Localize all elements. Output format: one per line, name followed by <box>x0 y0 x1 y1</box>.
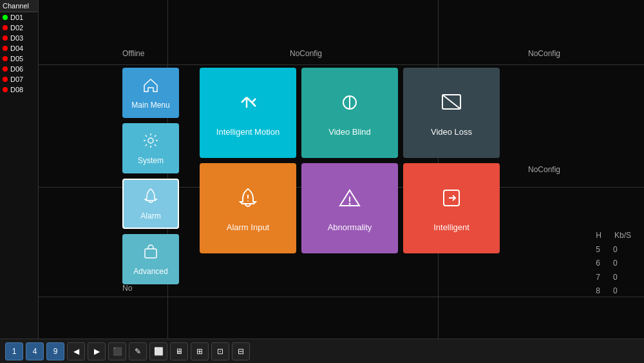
toolbar-btn-grid1[interactable]: ⊞ <box>191 342 209 360</box>
abnormality-label: Abnormality <box>328 222 372 232</box>
toolbar-btn-next[interactable]: ▶ <box>88 342 106 360</box>
video-loss-label: Video Loss <box>431 127 472 137</box>
toolbar-btn-9[interactable]: 9 <box>46 342 64 360</box>
alarm-input-cell[interactable]: Alarm Input <box>200 163 296 253</box>
status-dot-d06 <box>3 66 8 72</box>
status-dot-d01 <box>3 15 8 20</box>
intelligent-label: Intelligent <box>433 222 469 232</box>
stats-val-5: 0 <box>613 243 618 257</box>
channel-label-d01: D01 <box>10 14 23 21</box>
main-menu-label: Main Menu <box>131 101 169 110</box>
alarm-input-icon <box>235 185 261 216</box>
toolbar-btn-fullscreen[interactable]: ⬛ <box>108 342 126 360</box>
alarm-button[interactable]: Alarm <box>122 179 179 229</box>
toolbar-btn-grid3[interactable]: ⊟ <box>232 342 250 360</box>
system-label: System <box>138 156 164 165</box>
toolbar-btn-edit[interactable]: ✎ <box>129 342 147 360</box>
status-dot-d04 <box>3 46 8 51</box>
stats-val-8: 0 <box>613 284 618 299</box>
sidebar-item-d02[interactable]: D02 <box>0 23 38 33</box>
advanced-label: Advanced <box>133 267 167 276</box>
stats-key-7: 7 <box>596 271 600 285</box>
main-menu-button[interactable]: Main Menu <box>122 68 179 118</box>
bell-icon <box>142 187 160 208</box>
stats-val-7: 0 <box>613 271 618 285</box>
svg-point-7 <box>349 202 351 204</box>
alarm-input-label: Alarm Input <box>227 222 269 232</box>
toolbar: 1 4 9 ◀ ▶ ⬛ ✎ ⬜ 🖥 ⊞ ⊡ ⊟ <box>0 338 644 363</box>
intelligent-motion-cell[interactable]: Intelligent Motion <box>200 68 296 158</box>
status-dot-d02 <box>3 25 8 30</box>
alarm-grid: Intelligent Motion Video Blind <box>200 68 502 259</box>
sidebar-item-d04[interactable]: D04 <box>0 43 38 54</box>
offline-label: Offline <box>122 49 144 58</box>
toolbar-btn-zoom[interactable]: ⬜ <box>149 342 167 360</box>
motion-icon <box>235 90 261 121</box>
alarm-grid-row2: Alarm Input Abnormality <box>200 163 502 253</box>
system-button[interactable]: System <box>122 123 179 173</box>
sidebar-item-d08[interactable]: D08 <box>0 84 38 95</box>
hline-1 <box>39 64 644 65</box>
status-dot-d07 <box>3 77 8 82</box>
sidebar-item-d07[interactable]: D07 <box>0 74 38 84</box>
home-icon <box>142 76 160 97</box>
video-blind-cell[interactable]: Video Blind <box>301 68 398 158</box>
svg-point-0 <box>148 138 153 143</box>
alarm-grid-row1: Intelligent Motion Video Blind <box>200 68 502 158</box>
toolbar-btn-1[interactable]: 1 <box>5 342 23 360</box>
stats-val-6: 0 <box>613 257 618 271</box>
toolbar-btn-display[interactable]: 🖥 <box>170 342 188 360</box>
noconfig-label-3: NoConfig <box>528 165 560 174</box>
svg-rect-1 <box>145 249 156 258</box>
svg-line-5 <box>442 95 460 109</box>
sidebar-item-d03[interactable]: D03 <box>0 33 38 43</box>
abnormality-cell[interactable]: Abnormality <box>301 163 398 253</box>
bag-icon <box>142 242 160 263</box>
noconfig-label-1: NoConfig <box>290 49 322 58</box>
status-dot-d08 <box>3 87 8 92</box>
toolbar-btn-grid2[interactable]: ⊡ <box>211 342 229 360</box>
video-blind-label: Video Blind <box>328 127 371 137</box>
no-label-2: No <box>122 284 132 293</box>
gear-icon <box>142 132 160 152</box>
intelligent-icon <box>439 185 464 216</box>
intelligent-cell[interactable]: Intelligent <box>403 163 500 253</box>
hline-3 <box>39 297 644 297</box>
toolbar-btn-prev[interactable]: ◀ <box>67 342 85 360</box>
sidebar-item-d06[interactable]: D06 <box>0 64 38 74</box>
sidebar-item-d05[interactable]: D05 <box>0 54 38 64</box>
toolbar-btn-4[interactable]: 4 <box>26 342 44 360</box>
stats-key-8: 8 <box>596 284 600 299</box>
sidebar-header: Channel <box>0 0 38 12</box>
intelligent-motion-label: Intelligent Motion <box>216 127 279 137</box>
stats-header-h: H <box>596 229 601 243</box>
video-loss-cell[interactable]: Video Loss <box>403 68 500 158</box>
alarm-label: Alarm <box>140 211 160 221</box>
blind-icon <box>337 90 363 121</box>
video-loss-icon <box>439 90 464 121</box>
sidebar-item-d01[interactable]: D01 <box>0 12 38 23</box>
main-area: Offline NoConfig NoConfig NoConfig No No… <box>39 0 644 363</box>
sidebar: Channel D01 D02 D03 D04 D05 D06 D07 D08 <box>0 0 39 363</box>
menu-panel: Main Menu System Alarm <box>122 68 180 284</box>
status-dot-d05 <box>3 56 8 61</box>
status-dot-d03 <box>3 35 8 41</box>
stats-header-kbs: Kb/S <box>614 229 631 243</box>
stats-key-5: 5 <box>596 243 600 257</box>
advanced-button[interactable]: Advanced <box>122 234 179 284</box>
abnormality-icon <box>337 185 363 216</box>
stats-panel: H Kb/S 5 0 6 0 7 0 8 0 <box>596 229 631 299</box>
noconfig-label-2: NoConfig <box>528 49 560 58</box>
stats-key-6: 6 <box>596 257 600 271</box>
